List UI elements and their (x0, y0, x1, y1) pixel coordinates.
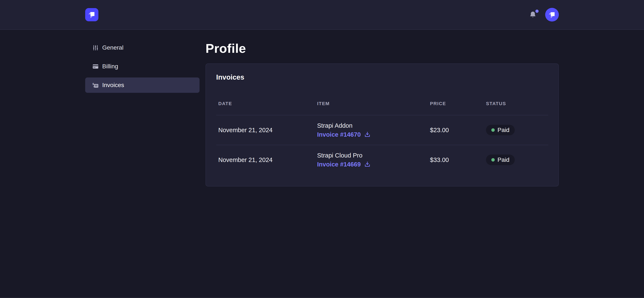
invoice-item-name: Strapi Cloud Pro (317, 152, 428, 159)
strapi-logo-icon (85, 8, 98, 21)
page-layout: General Billing $ Invoices Profile (85, 30, 559, 186)
invoice-date: November 21, 2024 (216, 127, 315, 134)
download-icon (364, 131, 371, 138)
invoice-item-name: Strapi Addon (317, 122, 428, 129)
sidebar-item-invoices[interactable]: $ Invoices (85, 77, 200, 93)
svg-text:$: $ (92, 82, 94, 85)
invoice-download-button[interactable] (364, 161, 371, 168)
sliders-icon (92, 44, 99, 51)
invoices-card-title: Invoices (216, 73, 548, 81)
sidebar-item-label: Billing (102, 63, 118, 70)
invoice-price: $23.00 (428, 127, 484, 134)
notification-dot (536, 9, 538, 13)
status-label: Paid (498, 156, 510, 163)
invoice-table-row: November 21, 2024 Strapi Addon Invoice #… (216, 115, 548, 145)
navbar-right-group (528, 8, 559, 21)
column-header-price: PRICE (428, 101, 484, 106)
notifications-button[interactable] (528, 10, 537, 19)
download-icon (364, 161, 371, 168)
column-header-item: ITEM (315, 101, 428, 106)
status-label: Paid (498, 127, 510, 133)
invoice-link-line: Invoice #14669 (317, 161, 428, 168)
invoice-number-link[interactable]: Invoice #14669 (317, 161, 361, 168)
sidebar-item-label: General (102, 44, 124, 51)
invoices-table-header: DATE ITEM PRICE STATUS (216, 81, 548, 115)
navbar-inner (85, 0, 559, 29)
sidebar-item-general[interactable]: General (85, 40, 200, 55)
settings-sidebar: General Billing $ Invoices (85, 40, 200, 186)
invoice-item-cell: Strapi Cloud Pro Invoice #14669 (315, 152, 428, 168)
sidebar-item-billing[interactable]: Billing (85, 59, 200, 74)
sidebar-item-label: Invoices (102, 82, 124, 88)
invoice-status-cell: Paid (484, 125, 548, 135)
column-header-status: STATUS (484, 101, 548, 106)
invoice-item-cell: Strapi Addon Invoice #14670 (315, 122, 428, 138)
user-avatar[interactable] (545, 8, 559, 21)
invoice-price: $33.00 (428, 156, 484, 163)
invoice-table-row: November 21, 2024 Strapi Cloud Pro Invoi… (216, 145, 548, 175)
strapi-avatar-icon (545, 8, 559, 21)
invoice-icon: $ (92, 82, 99, 88)
invoice-status-cell: Paid (484, 155, 548, 165)
main-content: Profile Invoices DATE ITEM PRICE STATUS … (206, 40, 559, 186)
strapi-logo-button[interactable] (85, 8, 98, 21)
column-header-date: DATE (216, 101, 315, 106)
invoice-download-button[interactable] (364, 131, 371, 138)
invoice-link-line: Invoice #14670 (317, 131, 428, 138)
invoice-number-link[interactable]: Invoice #14670 (317, 131, 361, 138)
page-title: Profile (206, 42, 559, 55)
top-navbar (0, 0, 644, 30)
status-dot-icon (491, 158, 495, 162)
status-badge: Paid (486, 125, 515, 135)
status-badge: Paid (486, 155, 515, 165)
invoice-date: November 21, 2024 (216, 156, 315, 163)
invoices-card: Invoices DATE ITEM PRICE STATUS November… (206, 63, 559, 186)
credit-card-icon (92, 63, 99, 70)
status-dot-icon (491, 128, 495, 132)
